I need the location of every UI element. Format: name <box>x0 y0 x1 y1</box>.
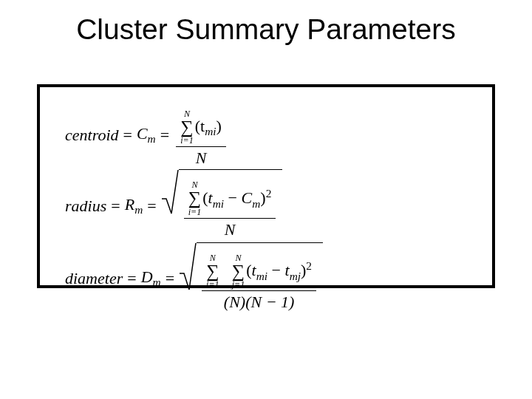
equations-box: centroid = Cm = N ∑ i=1 (tmi) <box>37 84 495 288</box>
diameter-numerator: N ∑ i=1 N ∑ j=1 <box>202 245 316 290</box>
sigma-icon: N ∑ i=1 <box>206 253 219 289</box>
diameter-fraction: N ∑ i=1 N ∑ j=1 <box>202 245 316 313</box>
equals-sign: = <box>119 126 137 145</box>
radius-denominator: N <box>220 219 240 241</box>
radius-radicand: N ∑ i=1 (tmi − Cm)2 N <box>179 169 283 242</box>
equation-radius: radius = Rm = N ∑ <box>65 169 467 242</box>
radius-numerator: N ∑ i=1 (tmi − Cm)2 <box>184 171 276 217</box>
radical-icon <box>179 242 197 291</box>
slide: Cluster Summary Parameters centroid = Cm… <box>0 0 532 399</box>
equals-sign: = <box>106 197 124 216</box>
centroid-numerator: N ∑ i=1 (tmi) <box>176 100 226 146</box>
centroid-name: centroid <box>65 126 119 145</box>
diameter-radicand: N ∑ i=1 N ∑ j=1 <box>197 242 323 315</box>
radius-symbol: Rm <box>125 195 143 216</box>
slide-title: Cluster Summary Parameters <box>0 13 532 46</box>
radius-name: radius <box>65 197 106 216</box>
sum-j: N ∑ j=1 (tmi − tmj)2 <box>232 253 312 289</box>
equation-centroid: centroid = Cm = N ∑ i=1 (tmi) <box>65 100 467 169</box>
equals-sign: = <box>161 269 179 288</box>
centroid-fraction: N ∑ i=1 (tmi) N <box>176 100 226 169</box>
sum-i: N ∑ i=1 <box>206 253 221 289</box>
radical-icon <box>161 169 179 215</box>
equals-sign: = <box>123 269 140 288</box>
diameter-name: diameter <box>65 269 123 288</box>
diameter-sqrt: N ∑ i=1 N ∑ j=1 <box>179 242 323 315</box>
radius-fraction: N ∑ i=1 (tmi − Cm)2 N <box>184 171 276 240</box>
equation-diameter: diameter = Dm = N ∑ <box>65 242 467 315</box>
sigma-icon: N ∑ i=1 <box>180 109 194 145</box>
sigma-icon: N ∑ j=1 <box>232 253 245 289</box>
centroid-symbol: Cm <box>137 124 156 146</box>
radius-sqrt: N ∑ i=1 (tmi − Cm)2 N <box>161 169 283 242</box>
sum-i: N ∑ i=1 (tmi) <box>180 109 222 145</box>
centroid-denominator: N <box>191 147 211 169</box>
diameter-symbol: Dm <box>141 267 161 289</box>
equals-sign: = <box>156 126 174 145</box>
diameter-denominator: (N)(N − 1) <box>219 291 299 313</box>
sigma-icon: N ∑ i=1 <box>188 180 202 216</box>
sum-i: N ∑ i=1 (tmi − Cm)2 <box>188 180 272 216</box>
equals-sign: = <box>143 197 160 216</box>
